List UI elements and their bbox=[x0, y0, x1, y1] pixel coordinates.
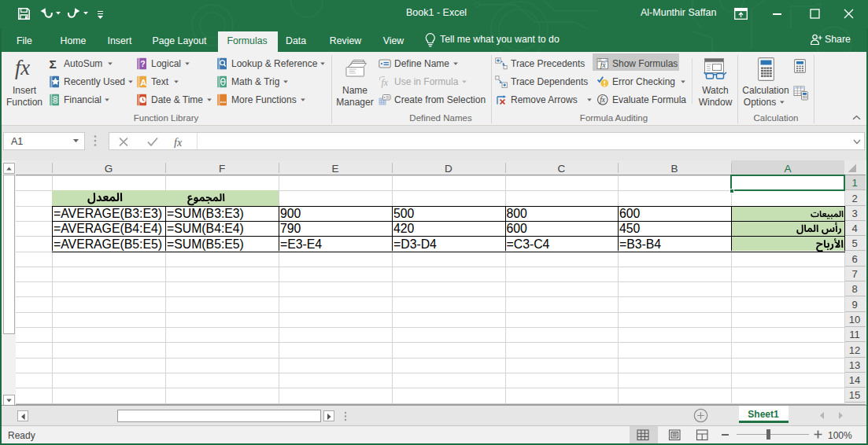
svg-text:fx: fx bbox=[600, 96, 606, 104]
svg-text:Σ: Σ bbox=[50, 57, 57, 70]
svg-text:A: A bbox=[140, 78, 146, 87]
svg-text:fx: fx bbox=[382, 77, 389, 88]
svg-text:fx: fx bbox=[15, 56, 30, 79]
svg-text:fx: fx bbox=[174, 137, 183, 149]
svg-text:?: ? bbox=[140, 59, 145, 68]
